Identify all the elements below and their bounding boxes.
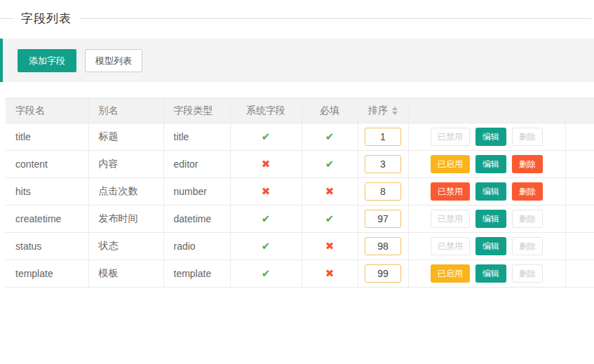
page-header: 字段列表 [0,0,594,27]
cell-actions: 已禁用编辑删除 [408,178,565,205]
check-icon: ✔ [325,158,335,170]
cross-icon: ✖ [325,267,335,279]
cell-spacer [565,260,594,288]
cell-required: ✔ [302,205,358,233]
check-icon: ✔ [262,267,271,279]
cell-system-field: ✔ [230,260,302,288]
check-icon: ✔ [325,213,335,224]
cell-spacer [565,178,594,205]
check-icon: ✔ [262,130,271,142]
table-row: content内容editor✖✔已启用编辑删除 [6,151,594,178]
cell-system-field: ✔ [230,233,302,260]
sort-toggle-icon[interactable] [392,107,398,115]
cell-required: ✖ [302,260,358,288]
cell-alias: 模板 [88,260,163,288]
edit-button[interactable]: 编辑 [475,237,506,255]
check-icon: ✔ [262,240,271,252]
cross-icon: ✖ [325,240,335,252]
cell-system-field: ✖ [230,151,302,178]
cell-required: ✔ [302,151,358,178]
cell-field-type: datetime [163,205,230,233]
delete-button: 删除 [512,210,543,228]
delete-button: 删除 [512,264,543,283]
delete-button[interactable]: 删除 [512,155,543,173]
cell-field-type: title [163,123,230,151]
cell-spacer [565,123,594,151]
sort-input[interactable] [365,155,401,173]
cell-actions: 已禁用编辑删除 [408,205,565,233]
cell-system-field: ✔ [230,205,302,233]
status-toggle-button[interactable]: 已启用 [431,155,470,173]
edit-button[interactable]: 编辑 [475,128,506,146]
edit-button[interactable]: 编辑 [475,182,506,201]
title-divider-right [80,18,591,19]
cell-spacer [565,233,594,260]
cell-alias: 发布时间 [88,205,163,233]
cell-field-type: editor [163,151,230,178]
table-row: title标题title✔✔已禁用编辑删除 [6,123,594,151]
cross-icon: ✖ [325,185,335,197]
sort-input[interactable] [365,182,401,201]
header-required: 必填 [302,98,358,123]
cell-spacer [565,151,594,178]
sort-input[interactable] [365,128,401,146]
header-alias: 别名 [88,98,163,123]
cell-field-type: template [163,260,230,288]
header-field-type: 字段类型 [163,98,230,123]
cell-sort [358,178,408,205]
table-row: template模板template✔✖已启用编辑删除 [6,260,594,288]
cell-required: ✔ [302,123,358,151]
caret-up-icon [392,107,398,110]
page-title: 字段列表 [14,11,80,27]
cell-field-name: content [6,151,88,178]
cell-field-name: hits [6,178,88,205]
cell-field-name: template [6,260,88,288]
cell-alias: 标题 [88,123,163,151]
cell-required: ✖ [302,233,358,260]
add-field-button[interactable]: 添加字段 [18,49,76,72]
table-row: createtime发布时间datetime✔✔已禁用编辑删除 [6,205,594,233]
cell-required: ✖ [302,178,358,205]
cell-actions: 已禁用编辑删除 [408,233,565,260]
cell-sort [358,205,408,233]
cell-field-name: title [6,123,88,151]
table-row: hits点击次数number✖✖已禁用编辑删除 [6,178,594,205]
header-actions [408,98,565,123]
sort-input[interactable] [365,264,401,283]
cell-sort [358,151,408,178]
delete-button: 删除 [512,237,543,255]
cell-field-name: createtime [6,205,88,233]
cross-icon: ✖ [262,158,271,170]
header-field-name: 字段名 [6,98,88,123]
edit-button[interactable]: 编辑 [475,264,506,283]
field-table: 字段名 别名 字段类型 系统字段 必填 排序 title标题title✔✔已禁用… [6,97,594,288]
cell-field-type: number [163,178,230,205]
edit-button[interactable]: 编辑 [475,210,506,228]
cell-sort [358,260,408,288]
status-toggle-button[interactable]: 已启用 [431,264,470,283]
sort-input[interactable] [365,237,401,255]
edit-button[interactable]: 编辑 [475,155,506,173]
cell-alias: 点击次数 [88,178,163,205]
toolbar-accent-bar [0,39,3,82]
status-toggle-button[interactable]: 已禁用 [431,182,470,201]
check-icon: ✔ [325,130,335,142]
header-spacer [565,98,594,123]
cell-sort [358,123,408,151]
cell-alias: 状态 [88,233,163,260]
delete-button: 删除 [512,128,543,146]
caret-down-icon [392,112,398,115]
cell-system-field: ✖ [230,178,302,205]
cell-spacer [565,205,594,233]
cell-actions: 已启用编辑删除 [408,151,565,178]
cell-system-field: ✔ [230,123,302,151]
table-header-row: 字段名 别名 字段类型 系统字段 必填 排序 [6,98,594,123]
sort-input[interactable] [365,210,401,228]
status-toggle-button: 已禁用 [431,237,470,255]
cell-actions: 已启用编辑删除 [408,260,565,288]
delete-button[interactable]: 删除 [512,182,543,201]
status-toggle-button: 已禁用 [431,128,470,146]
model-list-button[interactable]: 模型列表 [85,49,142,72]
table-row: status状态radio✔✖已禁用编辑删除 [6,233,594,260]
cell-field-name: status [6,233,88,260]
